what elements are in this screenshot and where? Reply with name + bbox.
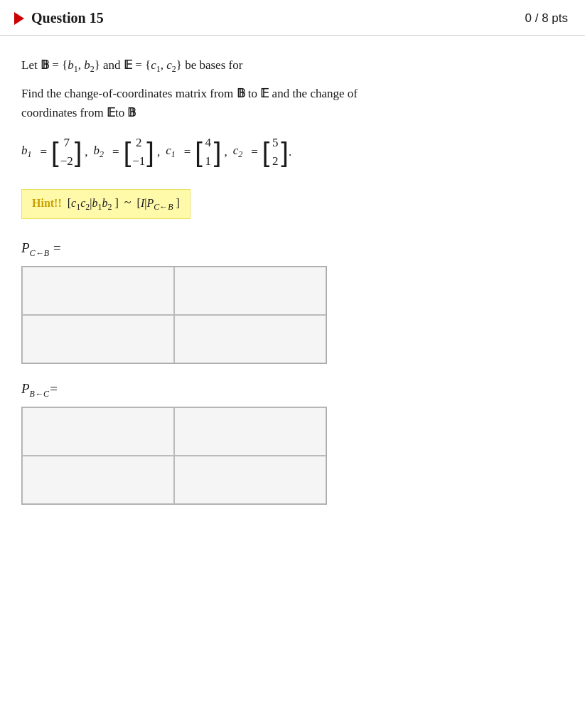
C-symbol: 𝔼 bbox=[124, 58, 132, 72]
pcb-input-00[interactable] bbox=[23, 267, 173, 314]
pcb-input-10[interactable] bbox=[23, 316, 173, 363]
points-display: 0 / 8 pts bbox=[525, 11, 568, 26]
pcb-cell-00[interactable] bbox=[22, 267, 174, 315]
b2-top: 2 bbox=[134, 135, 143, 151]
b2-label: b2 bbox=[94, 144, 104, 160]
pbc-input-01[interactable] bbox=[175, 408, 326, 455]
vectors-row: b1 = [ 7 −2 ] , b2 = [ 2 −1 ] , c1 = [ bbox=[21, 135, 564, 169]
question-label: Question 15 bbox=[31, 10, 104, 26]
pbc-cell-11[interactable] bbox=[174, 456, 326, 504]
b1-label: b1 bbox=[21, 144, 32, 160]
pcb-label: PC←B = bbox=[21, 240, 564, 259]
pbc-cell-00[interactable] bbox=[22, 407, 174, 456]
b1-matrix: [ 7 −2 ] bbox=[51, 135, 82, 169]
c2-top: 5 bbox=[271, 135, 279, 151]
problem-line2: Find the change-of-coordinates matrix fr… bbox=[21, 84, 564, 122]
question-title: Question 15 bbox=[14, 10, 104, 26]
problem-line1: Let 𝔹 = {b1, b2} and 𝔼 = {c1, c2} be bas… bbox=[21, 55, 564, 77]
pcb-cell-01[interactable] bbox=[174, 267, 326, 315]
c2-bot: 2 bbox=[271, 154, 279, 169]
pcb-cell-10[interactable] bbox=[22, 315, 174, 363]
c1-matrix: [ 4 1 ] bbox=[195, 135, 221, 169]
pbc-cell-01[interactable] bbox=[174, 407, 326, 456]
hint-formula: [c1c2|b1b2 ] ~ [I|PC←B ] bbox=[65, 197, 180, 209]
hint-box: Hint!! [c1c2|b1b2 ] ~ [I|PC←B ] bbox=[21, 189, 190, 219]
c1-label: c1 bbox=[166, 144, 176, 160]
arrow-icon bbox=[14, 12, 24, 25]
pbc-label: PB←C= bbox=[21, 381, 564, 400]
b1-top: 7 bbox=[63, 135, 71, 151]
pbc-matrix bbox=[21, 407, 327, 505]
B-symbol: 𝔹 bbox=[41, 58, 49, 72]
hint-label: Hint!! bbox=[32, 197, 62, 209]
b2-matrix: [ 2 −1 ] bbox=[124, 135, 154, 169]
pcb-input-01[interactable] bbox=[175, 267, 326, 314]
question-header: Question 15 0 / 8 pts bbox=[0, 0, 585, 36]
b1-bot: −2 bbox=[60, 154, 73, 169]
pcb-cell-11[interactable] bbox=[174, 315, 326, 363]
pbc-input-10[interactable] bbox=[23, 456, 173, 503]
c2-matrix: [ 5 2 ] bbox=[262, 135, 289, 169]
c2-label: c2 bbox=[233, 144, 243, 160]
pbc-input-11[interactable] bbox=[175, 456, 326, 503]
pcb-section: PC←B = bbox=[21, 240, 564, 364]
pbc-input-00[interactable] bbox=[23, 408, 173, 455]
pbc-section: PB←C= bbox=[21, 381, 564, 505]
pbc-cell-10[interactable] bbox=[22, 456, 174, 504]
pcb-input-11[interactable] bbox=[175, 316, 326, 363]
b2-bot: −1 bbox=[132, 154, 145, 169]
c1-bot: 1 bbox=[204, 154, 213, 169]
pcb-matrix bbox=[21, 266, 327, 364]
content-area: Let 𝔹 = {b1, b2} and 𝔼 = {c1, c2} be bas… bbox=[0, 36, 585, 543]
c1-top: 4 bbox=[204, 135, 213, 151]
